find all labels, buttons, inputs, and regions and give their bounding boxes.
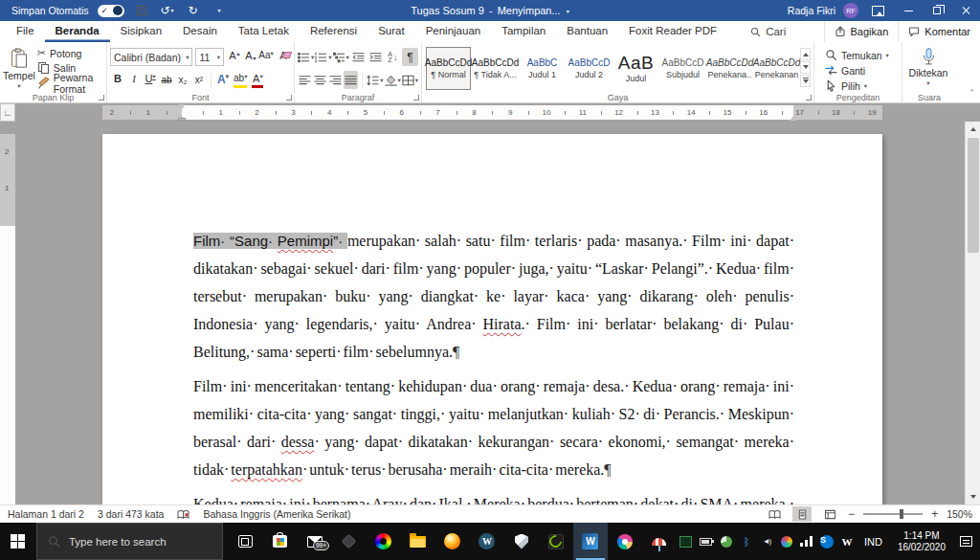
scrollbar-thumb[interactable] xyxy=(968,138,979,253)
taskbar-store-button[interactable] xyxy=(263,523,298,560)
taskbar-task-view-button[interactable] xyxy=(229,523,263,560)
account-name[interactable]: Radja Fikri xyxy=(788,5,835,16)
select-button[interactable]: Pilih▾ xyxy=(823,79,891,92)
volume-tray-button[interactable]: ◄) xyxy=(757,530,776,553)
zoom-in-icon[interactable]: + xyxy=(931,507,938,521)
clear-formatting-button[interactable]: A xyxy=(276,49,291,66)
save-icon[interactable] xyxy=(133,2,150,19)
tab-file[interactable]: File xyxy=(6,21,45,42)
font-name-select[interactable]: Calibri (Badan)▾ xyxy=(110,48,192,66)
style-judul-1[interactable]: AaBbCJudul 1 xyxy=(520,47,565,90)
taskbar-paint-button[interactable] xyxy=(608,523,642,560)
styles-more-icon[interactable] xyxy=(800,75,811,87)
zoom-level[interactable]: 150% xyxy=(947,508,972,520)
tab-sisipkan[interactable]: Sisipkan xyxy=(110,21,172,42)
align-left-button[interactable] xyxy=(298,71,312,89)
scroll-down-icon[interactable] xyxy=(966,490,980,504)
pinwheel-tray-tray-button[interactable] xyxy=(777,530,796,553)
highlight-color-button[interactable]: ab▾ xyxy=(232,72,249,89)
restore-button[interactable] xyxy=(923,0,951,21)
clock[interactable]: 1:14 PM 16/02/2020 xyxy=(890,530,953,553)
tab-tampilan[interactable]: Tampilan xyxy=(491,21,556,42)
tab-beranda[interactable]: Beranda xyxy=(45,21,110,42)
change-case-button[interactable]: Aa▾ xyxy=(257,49,275,66)
page-indicator[interactable]: Halaman 1 dari 2 xyxy=(8,508,84,520)
minimize-button[interactable] xyxy=(894,0,923,21)
taskbar-search-input[interactable] xyxy=(69,536,222,548)
text-effects-button[interactable]: A▾ xyxy=(215,72,231,89)
pie-tray-tray-button[interactable] xyxy=(717,530,736,553)
read-mode-button[interactable] xyxy=(765,506,784,522)
decrease-indent-button[interactable] xyxy=(350,48,367,66)
increase-indent-button[interactable] xyxy=(368,48,384,66)
tab-surat[interactable]: Surat xyxy=(368,21,415,42)
shading-button[interactable]: ▾ xyxy=(385,71,401,89)
zoom-slider-thumb[interactable] xyxy=(900,509,903,519)
format-painter-button[interactable]: Pewarna Format xyxy=(35,76,103,90)
paste-dropdown-icon[interactable]: ▾ xyxy=(17,82,20,90)
numbering-button[interactable]: ▾ xyxy=(315,48,331,66)
style-penekanan[interactable]: AaBbCcDdPenekanan xyxy=(754,47,799,90)
strikethrough-button[interactable]: ab xyxy=(159,72,174,89)
styles-scroll-down-icon[interactable] xyxy=(800,61,811,74)
show-formatting-marks-button[interactable]: ¶ xyxy=(402,48,418,66)
print-layout-button[interactable] xyxy=(792,506,812,522)
battery-tray-button[interactable] xyxy=(697,530,716,553)
taskbar-search[interactable] xyxy=(36,523,223,560)
grow-font-button[interactable]: A xyxy=(225,49,240,66)
w-tray-tray-button[interactable]: W xyxy=(837,530,857,553)
tab-tata-letak[interactable]: Tata Letak xyxy=(228,21,300,42)
action-center-button[interactable] xyxy=(953,523,980,560)
taskbar-gem-app-button[interactable] xyxy=(332,523,367,560)
undo-icon[interactable]: ↺▾ xyxy=(159,2,176,19)
comment-button[interactable]: Komentar xyxy=(898,21,980,42)
styles-dialog-launcher-icon[interactable] xyxy=(806,95,812,101)
style-judul-2[interactable]: AaBbCcDJudul 2 xyxy=(567,47,612,90)
collapse-ribbon-icon[interactable]: ˆ xyxy=(970,89,973,100)
shrink-font-button[interactable]: A xyxy=(241,49,256,66)
bold-button[interactable]: B xyxy=(110,72,125,89)
style--tidak-a-[interactable]: AaBbCcDd¶ Tidak A... xyxy=(473,47,518,90)
page[interactable]: Film· “Sang· Pemimpi”· merupakan· salah·… xyxy=(102,134,882,504)
taskbar-nvidia-button[interactable] xyxy=(539,523,573,560)
sort-button[interactable]: AZ↓ xyxy=(385,48,401,66)
tab-desain[interactable]: Desain xyxy=(172,21,228,42)
zoom-out-icon[interactable]: − xyxy=(848,507,855,521)
language-indicator[interactable]: Bahasa Inggris (Amerika Serikat) xyxy=(203,508,350,520)
autosave-toggle[interactable]: ✓ xyxy=(98,5,124,17)
subscript-button[interactable]: x₂ xyxy=(175,72,190,89)
find-button[interactable]: Temukan▾ xyxy=(823,49,891,61)
paragraph[interactable]: Film· “Sang· Pemimpi”· merupakan· salah·… xyxy=(193,227,794,366)
paragraph[interactable]: Kedua· remaja· ini· bernama· Aray· dan· … xyxy=(193,490,794,504)
style--normal[interactable]: AaBbCcDd¶ Normal xyxy=(426,47,471,90)
undo-dropdown-icon[interactable]: ▾ xyxy=(171,8,174,13)
underline-button[interactable]: U▾ xyxy=(143,72,158,89)
clipboard-dialog-launcher-icon[interactable] xyxy=(99,95,104,101)
borders-button[interactable]: ▾ xyxy=(402,71,418,89)
paragraph[interactable]: Film· ini· menceritakan· tentang· kehidu… xyxy=(193,372,794,483)
zoom-slider[interactable] xyxy=(863,513,923,515)
taskbar-file-explorer-button[interactable] xyxy=(401,523,435,560)
superscript-button[interactable]: x² xyxy=(191,72,207,89)
taskbar-umbrella-app-button[interactable] xyxy=(642,523,677,560)
paragraph-dialog-launcher-icon[interactable] xyxy=(413,95,419,101)
taskbar-word-button[interactable]: W xyxy=(573,523,608,560)
share-button[interactable]: Bagikan xyxy=(824,21,899,42)
language-switcher[interactable]: IND xyxy=(857,536,890,548)
bullets-button[interactable]: ▾ xyxy=(298,48,314,66)
style-penekana-[interactable]: AaBbCcDdPenekana... xyxy=(707,47,752,90)
word-count[interactable]: 3 dari 473 kata xyxy=(98,508,164,520)
align-right-button[interactable] xyxy=(328,71,343,89)
styles-scroll-up-icon[interactable] xyxy=(800,48,811,60)
tab-peninjauan[interactable]: Peninjauan xyxy=(415,21,492,42)
taskbar-color-wheel-button[interactable] xyxy=(367,523,401,560)
taskbar-wordpress-button[interactable]: W xyxy=(470,523,504,560)
dictate-button[interactable]: Diktekan ▾ xyxy=(905,45,951,90)
cut-button[interactable]: ✂Potong xyxy=(35,47,103,59)
justify-button[interactable] xyxy=(344,71,358,89)
tab-foxit-reader-pdf[interactable]: Foxit Reader PDF xyxy=(618,21,727,42)
web-layout-button[interactable] xyxy=(820,506,839,522)
style-judul[interactable]: AaBJudul xyxy=(613,47,658,90)
proofing-errors-icon[interactable] xyxy=(177,509,189,520)
console-tray-tray-button[interactable] xyxy=(677,530,696,553)
